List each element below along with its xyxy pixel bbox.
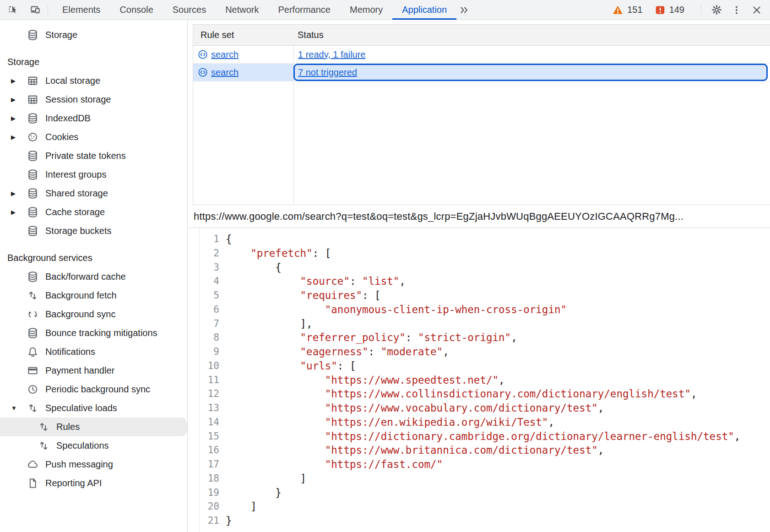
line-number: 6 bbox=[188, 303, 219, 317]
database-icon bbox=[27, 271, 39, 283]
tab-performance[interactable]: Performance bbox=[269, 0, 341, 20]
sidebar-item-local-storage[interactable]: ▶Local storage bbox=[0, 71, 187, 90]
sidebar-item-background-fetch[interactable]: Background fetch bbox=[0, 286, 187, 305]
sidebar-item-label: Shared storage bbox=[45, 188, 108, 199]
database-icon bbox=[27, 225, 39, 237]
tab-sources[interactable]: Sources bbox=[163, 0, 216, 20]
status-link[interactable]: 7 not triggered bbox=[298, 67, 357, 78]
code-line: 16 "https://www.britannica.com/dictionar… bbox=[188, 443, 770, 457]
chevron-collapsed-icon[interactable]: ▶ bbox=[7, 77, 27, 84]
line-number: 18 bbox=[188, 472, 219, 486]
database-icon bbox=[27, 327, 39, 339]
application-panel-sidebar: StorageStorage▶Local storage▶Session sto… bbox=[0, 20, 188, 532]
chevron-collapsed-icon[interactable]: ▶ bbox=[7, 190, 27, 197]
close-devtools-icon[interactable] bbox=[749, 2, 765, 18]
tab-application[interactable]: Application bbox=[392, 0, 456, 20]
sidebar-item-label: Background fetch bbox=[45, 290, 117, 301]
code-line: 11 "https://www.speedtest.net/", bbox=[188, 373, 770, 387]
sidebar-item-bounce-tracking-mitigations[interactable]: Bounce tracking mitigations bbox=[0, 324, 187, 342]
sidebar-item-private-state-tokens[interactable]: Private state tokens bbox=[0, 147, 187, 165]
grid-rows: search1 ready, 1 failuresearch7 not trig… bbox=[193, 46, 770, 81]
more-tabs-icon[interactable] bbox=[456, 2, 472, 18]
sidebar-item-cookies[interactable]: ▶Cookies bbox=[0, 128, 187, 147]
sidebar-item-storage[interactable]: Storage bbox=[0, 26, 187, 44]
code-text: "eagerness": "moderate", bbox=[226, 345, 449, 359]
code-text: ] bbox=[226, 499, 257, 514]
warnings-badge[interactable]: 151 bbox=[612, 5, 642, 16]
column-header-rule-set[interactable]: Rule set bbox=[193, 25, 293, 45]
sidebar-item-reporting-api[interactable]: Reporting API bbox=[0, 474, 187, 493]
sidebar-item-label: Local storage bbox=[45, 76, 100, 86]
line-number: 4 bbox=[188, 274, 219, 288]
sidebar-item-label: Cookies bbox=[45, 132, 78, 142]
sidebar-section-storage: Storage bbox=[0, 53, 187, 71]
code-text: "source": "list", bbox=[226, 274, 406, 288]
sidebar-item-cache-storage[interactable]: ▶Cache storage bbox=[0, 203, 187, 222]
inspect-element-icon[interactable] bbox=[5, 2, 21, 18]
sidebar-item-speculations[interactable]: Speculations bbox=[0, 436, 187, 455]
chevron-collapsed-icon[interactable]: ▶ bbox=[7, 96, 27, 103]
issue-box-icon bbox=[655, 5, 666, 16]
sidebar-item-storage-buckets[interactable]: Storage buckets bbox=[0, 222, 187, 240]
sidebar-item-background-sync[interactable]: Background sync bbox=[0, 305, 187, 324]
chevron-expanded-icon[interactable]: ▼ bbox=[7, 405, 27, 412]
code-line: 18 ] bbox=[188, 472, 770, 486]
sidebar-item-shared-storage[interactable]: ▶Shared storage bbox=[0, 184, 187, 203]
tab-elements[interactable]: Elements bbox=[53, 0, 110, 20]
code-line: 6 "anonymous-client-ip-when-cross-origin… bbox=[188, 303, 770, 317]
sidebar-item-session-storage[interactable]: ▶Session storage bbox=[0, 90, 187, 109]
kebab-menu-icon[interactable] bbox=[729, 2, 744, 18]
column-header-status[interactable]: Status bbox=[293, 25, 770, 45]
line-number: 1 bbox=[188, 232, 219, 246]
line-number: 9 bbox=[188, 345, 219, 359]
database-icon bbox=[27, 29, 39, 41]
settings-gear-icon[interactable] bbox=[709, 2, 724, 18]
code-line: 9 "eagerness": "moderate", bbox=[188, 345, 770, 359]
line-number: 7 bbox=[188, 317, 219, 331]
tab-network[interactable]: Network bbox=[216, 0, 268, 20]
sidebar-item-rules[interactable]: Rules bbox=[0, 418, 187, 436]
sidebar-item-label: Back/forward cache bbox=[45, 271, 126, 282]
sidebar-item-label: Session storage bbox=[45, 94, 111, 105]
sidebar-item-indexeddb[interactable]: ▶IndexedDB bbox=[0, 109, 187, 128]
code-text: "https://en.wikipedia.org/wiki/Test", bbox=[226, 415, 554, 429]
chevron-collapsed-icon[interactable]: ▶ bbox=[7, 115, 27, 122]
sidebar-item-label: Reporting API bbox=[45, 478, 102, 489]
speculative-icon bbox=[27, 289, 39, 302]
sidebar-item-label: Background sync bbox=[45, 309, 115, 320]
issues-badge[interactable]: 149 bbox=[655, 5, 684, 16]
rule-set-code-icon bbox=[198, 67, 208, 77]
line-number: 17 bbox=[188, 457, 219, 472]
code-line: 7 ], bbox=[188, 317, 770, 331]
sidebar-item-label: Periodic background sync bbox=[45, 384, 150, 395]
device-toolbar-icon[interactable] bbox=[27, 2, 43, 18]
rule-set-link[interactable]: search bbox=[211, 49, 239, 60]
database-icon bbox=[27, 206, 39, 218]
panel-tabs: ElementsConsoleSourcesNetworkPerformance… bbox=[53, 0, 456, 20]
sidebar-item-push-messaging[interactable]: Push messaging bbox=[0, 455, 187, 474]
code-line: 13 "https://www.vocabulary.com/dictionar… bbox=[188, 401, 770, 415]
sidebar-item-speculative-loads[interactable]: ▼Speculative loads bbox=[0, 399, 187, 418]
selected-status-cell[interactable]: 7 not triggered bbox=[293, 64, 768, 81]
sidebar-item-periodic-background-sync[interactable]: Periodic background sync bbox=[0, 380, 187, 399]
sidebar-item-label: Private state tokens bbox=[45, 151, 126, 161]
chevron-collapsed-icon[interactable]: ▶ bbox=[7, 134, 27, 141]
code-line: 2 "prefetch": [ bbox=[188, 246, 770, 261]
tab-console[interactable]: Console bbox=[110, 0, 163, 20]
line-number: 10 bbox=[188, 359, 219, 373]
rule-sets-grid: Rule set Status search1 ready, 1 failure… bbox=[193, 24, 770, 205]
rule-set-source-url[interactable]: https://www.google.com/search?q=test&oq=… bbox=[188, 205, 770, 228]
tab-memory[interactable]: Memory bbox=[340, 0, 392, 20]
rule-set-row[interactable]: search7 not triggered bbox=[193, 64, 770, 81]
clock-icon bbox=[27, 383, 39, 396]
code-text: "https://www.britannica.com/dictionary/t… bbox=[226, 443, 604, 457]
status-link[interactable]: 1 ready, 1 failure bbox=[298, 49, 366, 60]
sidebar-item-payment-handler[interactable]: Payment handler bbox=[0, 361, 187, 380]
sidebar-item-interest-groups[interactable]: Interest groups bbox=[0, 165, 187, 184]
sidebar-item-notifications[interactable]: Notifications bbox=[0, 342, 187, 361]
rule-set-link[interactable]: search bbox=[211, 67, 239, 78]
rule-set-row[interactable]: search1 ready, 1 failure bbox=[193, 46, 770, 64]
chevron-collapsed-icon[interactable]: ▶ bbox=[7, 209, 27, 216]
sidebar-item-back-forward-cache[interactable]: Back/forward cache bbox=[0, 267, 187, 286]
line-number: 16 bbox=[188, 443, 219, 457]
